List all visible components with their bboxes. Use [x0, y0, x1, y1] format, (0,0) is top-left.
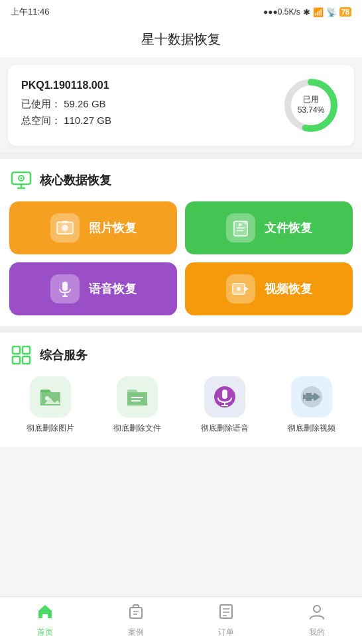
nav-home-label: 首页 [37, 627, 53, 638]
storage-card: PKQ1.190118.001 已使用： 59.26 GB 总空间： 110.2… [8, 65, 354, 146]
photo-recovery-label: 照片恢复 [89, 220, 137, 236]
nav-cases[interactable]: 案例 [91, 597, 182, 644]
del-file-icon [117, 376, 158, 417]
file-recovery-button[interactable]: 文件恢复 [185, 201, 353, 254]
wifi-icon: 📡 [326, 7, 337, 17]
voice-recovery-button[interactable]: 语音恢复 [9, 262, 177, 315]
recovery-grid: 照片恢复 文件恢复 [9, 201, 353, 326]
status-bar: 上午11:46 ●●●0.5K/s ✱ 📶 📡 78 [0, 0, 362, 24]
svg-point-20 [237, 287, 241, 291]
del-file-label: 彻底删除文件 [113, 423, 161, 434]
svg-point-47 [314, 606, 320, 612]
svg-rect-24 [23, 356, 30, 364]
service-del-voice[interactable]: 彻底删除语音 [184, 376, 266, 434]
file-icon [226, 213, 255, 242]
del-video-icon [291, 376, 332, 417]
service-del-file[interactable]: 彻底删除文件 [97, 376, 179, 434]
network-label: ●●●0.5K/s [263, 7, 300, 17]
video-recovery-button[interactable]: 视频恢复 [185, 262, 353, 315]
bluetooth-icon: ✱ [303, 7, 310, 17]
nav-mine-label: 我的 [309, 627, 325, 638]
battery-level: 78 [339, 7, 351, 17]
core-recovery-section: 核心数据恢复 照片恢复 [0, 159, 362, 326]
used-label: 已使用： [21, 98, 61, 109]
nav-orders-label: 订单 [218, 627, 234, 638]
svg-point-8 [62, 225, 68, 231]
photo-icon [50, 213, 80, 242]
svg-rect-15 [62, 282, 68, 291]
divider-1 [0, 152, 362, 159]
signal-icon: 📶 [313, 7, 324, 17]
status-time: 上午11:46 [11, 6, 50, 18]
photo-recovery-button[interactable]: 照片恢复 [9, 201, 177, 254]
del-img-icon [30, 376, 71, 417]
svg-point-6 [21, 178, 23, 180]
nav-home[interactable]: 首页 [0, 597, 91, 644]
svg-rect-37 [304, 399, 306, 401]
status-icons: ●●●0.5K/s ✱ 📶 📡 78 [263, 7, 351, 17]
svg-rect-21 [13, 347, 20, 354]
voice-recovery-label: 语音恢复 [89, 281, 137, 297]
services-grid: 彻底删除图片 彻底删除文件 [9, 376, 353, 447]
services-section: 综合服务 彻底删除图片 [0, 333, 362, 447]
storage-info: PKQ1.190118.001 已使用： 59.26 GB 总空间： 110.2… [21, 80, 281, 131]
nav-mine[interactable]: 我的 [272, 597, 363, 644]
divider-2 [0, 326, 362, 333]
cases-icon [127, 603, 145, 624]
used-value: 59.26 GB [64, 98, 105, 109]
del-voice-icon [204, 376, 245, 417]
svg-marker-19 [245, 286, 249, 292]
svg-rect-22 [23, 347, 30, 354]
svg-rect-38 [312, 393, 314, 395]
donut-percent-label: 已用53.74% [298, 95, 325, 115]
svg-rect-43 [220, 605, 232, 618]
svg-rect-9 [62, 221, 68, 223]
svg-rect-30 [222, 390, 227, 399]
storage-model: PKQ1.190118.001 [21, 80, 281, 91]
home-icon [36, 603, 54, 624]
svg-rect-36 [304, 393, 306, 395]
total-value: 110.27 GB [64, 115, 111, 126]
svg-rect-39 [312, 399, 314, 401]
nav-orders[interactable]: 订单 [181, 597, 272, 644]
service-del-video[interactable]: 彻底删除视频 [271, 376, 353, 434]
core-section-title: 核心数据恢复 [40, 172, 111, 188]
del-video-label: 彻底删除视频 [288, 423, 335, 434]
monitor-icon [9, 168, 33, 192]
mine-icon [308, 603, 326, 624]
file-recovery-label: 文件恢复 [265, 220, 312, 236]
del-img-label: 彻底删除图片 [27, 423, 74, 434]
page-title-text: 星十数据恢复 [141, 32, 221, 46]
video-recovery-label: 视频恢复 [265, 281, 312, 297]
services-section-header: 综合服务 [9, 343, 353, 367]
voice-icon [50, 274, 80, 303]
video-icon [226, 274, 255, 303]
nav-cases-label: 案例 [128, 627, 144, 638]
del-voice-label: 彻底删除语音 [201, 423, 249, 434]
svg-rect-40 [130, 608, 142, 618]
grid-icon [9, 343, 33, 367]
donut-label: 已用53.74% [296, 95, 326, 115]
page-title: 星十数据恢复 [0, 24, 362, 58]
storage-donut-chart: 已用53.74% [281, 76, 341, 135]
total-label: 总空间： [21, 115, 61, 126]
services-section-title: 综合服务 [40, 347, 88, 363]
orders-icon [217, 603, 235, 624]
core-section-header: 核心数据恢复 [9, 168, 353, 192]
svg-rect-23 [13, 356, 20, 364]
storage-used-row: 已使用： 59.26 GB [21, 98, 281, 111]
storage-total-row: 总空间： 110.27 GB [21, 115, 281, 127]
service-del-img[interactable]: 彻底删除图片 [9, 376, 91, 434]
bottom-navigation: 首页 案例 订单 [0, 596, 362, 644]
